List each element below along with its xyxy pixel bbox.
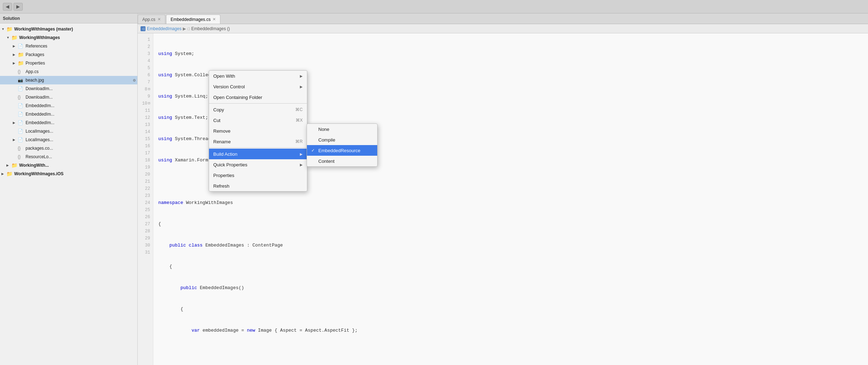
arrow-open-with: ▶ — [300, 74, 303, 78]
code-line-9: { — [158, 221, 868, 228]
tree-item-appcs[interactable]: {} App.cs — [0, 67, 137, 76]
tree-item-embedim2[interactable]: 📄 EmbeddedIm... — [0, 110, 137, 118]
submenu-item-embedded-resource[interactable]: ✓ EmbeddedResource — [307, 145, 377, 156]
menu-item-version-control[interactable]: Version Control ▶ — [209, 81, 307, 92]
window: ◀ ▶ Solution ▼ 📁 WorkingWithImages (mast… — [0, 0, 868, 365]
project-folder-icon: 📁 — [11, 35, 18, 40]
tree-label-project: WorkingWithImages — [19, 35, 60, 40]
solution-panel: Solution ▼ 📁 WorkingWithImages (master) … — [0, 13, 138, 365]
tree-label-embedim3: EmbeddedIm... — [26, 120, 54, 125]
tree-item-downloadim2[interactable]: {} DownloadIm... — [0, 93, 137, 101]
image-icon: 📷 — [18, 78, 24, 83]
menu-item-rename[interactable]: Rename ⌘R — [209, 136, 307, 147]
check-embedded: ✓ — [311, 148, 316, 153]
rename-shortcut: ⌘R — [295, 139, 303, 144]
menu-separator-1 — [209, 103, 307, 104]
folder-icon: 📁 — [6, 26, 13, 32]
code-line-10: public class EmbeddedImages : ContentPag… — [158, 242, 868, 249]
tree-label-workingwith: WorkingWith... — [19, 163, 49, 168]
code-line-11: { — [158, 263, 868, 270]
tab-appcs-label: App.cs — [142, 17, 155, 22]
tree-label-packages-co: packages.co... — [26, 146, 53, 151]
menu-item-refresh[interactable]: Refresh — [209, 181, 307, 191]
line-numbers: 1 2 3 4 5 6 7 8⊟ 9 10⊟ 11 12 13 14 15 16 — [138, 33, 153, 365]
breadcrumb-item-2: EmbeddedImages () — [191, 26, 230, 31]
menu-item-quick-properties[interactable]: Quick Properties ▶ — [209, 159, 307, 170]
file-icon1: 📄 — [18, 86, 24, 91]
tree-arrow-ww: ▶ — [6, 164, 11, 167]
tree-item-root[interactable]: ▼ 📁 WorkingWithImages (master) — [0, 25, 137, 33]
solution-panel-header: Solution — [0, 13, 137, 23]
tree-label-root: WorkingWithImages (master) — [14, 27, 73, 32]
tree-item-workingwithios[interactable]: ▶ 📁 WorkingWithImages.iOS — [0, 170, 137, 178]
code-line-12: public EmbeddedImages() — [158, 284, 868, 292]
editor-area: App.cs ✕ EmbeddedImages.cs ✕ ◁ EmbeddedI… — [138, 13, 868, 365]
tree-item-packages-co[interactable]: {} packages.co... — [0, 144, 137, 153]
tree-item-localimages1[interactable]: 📄 LocalImages... — [0, 127, 137, 136]
cut-shortcut: ⌘X — [296, 118, 303, 123]
menu-item-build-action[interactable]: Build Action ▶ — [209, 149, 307, 159]
solution-tree[interactable]: ▼ 📁 WorkingWithImages (master) ▼ 📁 Worki… — [0, 23, 137, 365]
file-icon6: 📄 — [18, 129, 24, 134]
menu-item-remove[interactable]: Remove — [209, 126, 307, 136]
refs-icon: 📄 — [18, 44, 24, 49]
code-line-14: var embeddedImage = new Image { Aspect =… — [158, 327, 868, 334]
breadcrumb-bar: ◁ EmbeddedImages ▶ □ EmbeddedImages () — [138, 24, 868, 33]
tree-item-localimages2[interactable]: ▶ 📄 LocalImages... — [0, 136, 137, 144]
tree-label-embedim1: EmbeddedIm... — [26, 103, 54, 108]
context-menu: Open With ▶ Version Control ▶ Open Conta… — [209, 70, 307, 192]
tab-appcs[interactable]: App.cs ✕ — [138, 15, 165, 24]
appcs-icon: {} — [18, 69, 24, 74]
tree-item-project[interactable]: ▼ 📁 WorkingWithImages — [0, 33, 137, 42]
tab-embeddedimages[interactable]: EmbeddedImages.cs ✕ — [166, 15, 221, 24]
breadcrumb-icon: ◁ — [141, 26, 145, 31]
tree-item-references[interactable]: ▶ 📄 References — [0, 42, 137, 50]
menu-item-cut[interactable]: Cut ⌘X — [209, 115, 307, 126]
gear-icon: ⚙ — [133, 78, 136, 82]
menu-item-open-folder[interactable]: Open Containing Folder — [209, 92, 307, 103]
file-icon8: {} — [18, 146, 24, 151]
tree-item-embedim1[interactable]: 📄 EmbeddedIm... — [0, 101, 137, 110]
tree-item-embedim3[interactable]: ▶ 📄 EmbeddedIm... — [0, 118, 137, 127]
file-icon2: {} — [18, 95, 24, 100]
tree-label-downloadim2: DownloadIm... — [26, 95, 53, 100]
tree-arrow-pkgs: ▶ — [13, 53, 18, 56]
menu-separator-2 — [209, 148, 307, 148]
tab-embedded-close[interactable]: ✕ — [213, 17, 216, 22]
file-icon4: 📄 — [18, 112, 24, 117]
menu-item-open-with[interactable]: Open With ▶ — [209, 71, 307, 81]
arrow-build-action: ▶ — [300, 152, 303, 156]
ww-icon: 📁 — [11, 162, 18, 168]
menu-item-copy[interactable]: Copy ⌘C — [209, 104, 307, 115]
breadcrumb-method-icon: □ — [187, 27, 190, 31]
menu-item-properties[interactable]: Properties — [209, 170, 307, 181]
arrow-quick-props: ▶ — [300, 163, 303, 167]
arrow-version-control: ▶ — [300, 85, 303, 89]
tab-embedded-label: EmbeddedImages.cs — [171, 17, 211, 22]
tree-item-workingwith[interactable]: ▶ 📁 WorkingWith... — [0, 161, 137, 170]
submenu-item-compile[interactable]: Compile — [307, 134, 377, 145]
file-icon5: 📄 — [18, 120, 24, 125]
tree-label-resourcelo: ResourceLo... — [26, 154, 52, 159]
tree-item-beachjpg[interactable]: 📷 beach.jpg ⚙ — [0, 76, 137, 84]
top-bar: ◀ ▶ — [0, 0, 868, 13]
code-line-15 — [158, 348, 868, 355]
tree-arrow-local2: ▶ — [13, 138, 18, 142]
tree-item-packages[interactable]: ▶ 📁 Packages — [0, 50, 137, 59]
tree-item-downloadim1[interactable]: 📄 DownloadIm... — [0, 84, 137, 93]
tree-arrow-root: ▼ — [1, 27, 6, 31]
tree-item-properties[interactable]: ▶ 📁 Properties — [0, 59, 137, 67]
file-icon3: 📄 — [18, 103, 24, 108]
tree-label-downloadim1: DownloadIm... — [26, 86, 53, 91]
submenu-item-none[interactable]: None — [307, 124, 377, 134]
nav-back-button[interactable]: ◀ — [3, 3, 12, 11]
tree-item-resourcelo[interactable]: {} ResourceLo... — [0, 153, 137, 161]
copy-shortcut: ⌘C — [295, 107, 303, 112]
tree-label-beachjpg: beach.jpg — [26, 78, 133, 83]
tab-appcs-close[interactable]: ✕ — [158, 17, 161, 22]
submenu-item-content[interactable]: Content — [307, 156, 377, 166]
breadcrumb-separator: ▶ — [183, 26, 186, 31]
file-icon7: 📄 — [18, 137, 24, 142]
build-action-submenu: None Compile ✓ EmbeddedResource Content — [307, 123, 378, 167]
nav-forward-button[interactable]: ▶ — [13, 3, 23, 11]
